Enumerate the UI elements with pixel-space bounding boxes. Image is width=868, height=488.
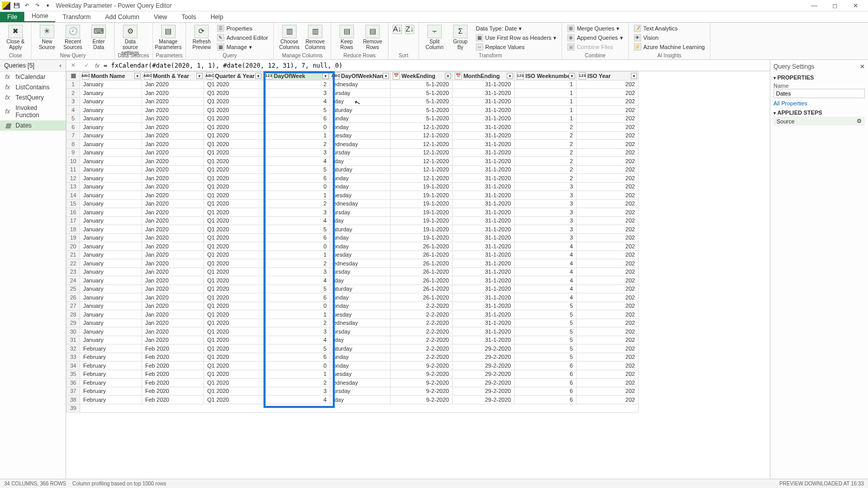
cell[interactable]: January xyxy=(80,157,142,166)
cell[interactable]: 202 xyxy=(576,250,638,259)
cell[interactable]: unday xyxy=(330,353,391,361)
cell[interactable]: 31-1-2020 xyxy=(452,259,514,268)
cell[interactable]: ursday xyxy=(330,387,391,396)
row-number[interactable]: 12 xyxy=(67,174,80,183)
cell[interactable]: 26-1-2020 xyxy=(390,242,452,251)
cell[interactable]: January xyxy=(80,276,142,285)
cell[interactable]: Jan 2020 xyxy=(142,208,204,217)
row-number[interactable]: 1 xyxy=(67,80,80,89)
table-row[interactable]: 11JanuaryJan 2020Q1 20205aturday12-1-202… xyxy=(67,165,639,174)
cell[interactable]: 4 xyxy=(514,276,576,285)
cell[interactable]: Jan 2020 xyxy=(142,250,204,259)
cell[interactable]: 31-1-2020 xyxy=(452,199,514,208)
cell[interactable]: 3 xyxy=(263,267,330,276)
cell[interactable]: ursday xyxy=(330,327,391,336)
table-row[interactable]: 32FebruaryFeb 2020Q1 20205aturday2-2-202… xyxy=(67,344,639,353)
cell[interactable]: ursday xyxy=(330,148,391,157)
column-header[interactable]: 123ISO Year▾ xyxy=(576,72,638,81)
cell[interactable]: 31-1-2020 xyxy=(452,327,514,336)
step-gear-icon[interactable]: ⚙ xyxy=(857,118,862,124)
cell[interactable]: 4 xyxy=(263,276,330,285)
cell[interactable]: 2 xyxy=(263,199,330,208)
cell[interactable]: 202 xyxy=(576,216,638,225)
cell[interactable]: ursday xyxy=(330,208,391,217)
cell[interactable]: January xyxy=(80,285,142,293)
cell[interactable]: 202 xyxy=(576,97,638,106)
filter-icon[interactable]: ▾ xyxy=(196,73,203,79)
cell[interactable]: 202 xyxy=(576,353,638,361)
cell[interactable]: 3 xyxy=(263,148,330,157)
cell[interactable]: 202 xyxy=(576,361,638,370)
close-button[interactable]: ✕ xyxy=(845,1,866,11)
cell[interactable]: 202 xyxy=(576,191,638,200)
cell[interactable]: 31-1-2020 xyxy=(452,310,514,319)
cell[interactable]: 6 xyxy=(514,387,576,396)
cell[interactable]: Q1 2020 xyxy=(204,327,263,336)
cell[interactable]: 202 xyxy=(576,387,638,396)
row-number[interactable]: 28 xyxy=(67,310,80,319)
table-row[interactable]: 27JanuaryJan 2020Q1 20200onday2-2-202031… xyxy=(67,302,639,310)
row-number[interactable]: 38 xyxy=(67,396,80,404)
cell[interactable]: 29-2-2020 xyxy=(452,387,514,396)
cell[interactable]: ednesday xyxy=(330,140,391,149)
cell[interactable]: 12-1-2020 xyxy=(390,123,452,132)
cell[interactable]: January xyxy=(80,191,142,200)
save-icon[interactable]: 💾 xyxy=(12,2,21,10)
qat-dropdown-icon[interactable]: ▾ xyxy=(43,2,52,10)
cell[interactable]: January xyxy=(80,310,142,319)
cell[interactable]: 2-2-2020 xyxy=(390,302,452,310)
cell[interactable]: Feb 2020 xyxy=(142,361,204,370)
cell[interactable]: 4 xyxy=(263,396,330,404)
cell[interactable]: 29-2-2020 xyxy=(452,353,514,361)
cell[interactable]: 202 xyxy=(576,89,638,98)
cell[interactable]: 202 xyxy=(576,285,638,293)
cell[interactable]: 31-1-2020 xyxy=(452,225,514,234)
cell[interactable]: 9-2-2020 xyxy=(390,387,452,396)
cell[interactable]: 202 xyxy=(576,267,638,276)
applied-steps-header[interactable]: APPLIED STEPS xyxy=(773,109,865,116)
cell[interactable]: 9-2-2020 xyxy=(390,361,452,370)
cell[interactable]: January xyxy=(80,267,142,276)
cell[interactable]: Q1 2020 xyxy=(204,114,263,123)
table-row[interactable]: 10JanuaryJan 2020Q1 20204iday12-1-202031… xyxy=(67,157,639,166)
row-number[interactable]: 5 xyxy=(67,114,80,123)
remove-rows-button[interactable]: ▤Remove Rows xyxy=(360,24,385,50)
table-row[interactable]: 8JanuaryJan 2020Q1 20202ednesday12-1-202… xyxy=(67,140,639,149)
manage-parameters-button[interactable]: ▤Manage Parameters xyxy=(156,24,181,50)
cell[interactable]: 2 xyxy=(514,157,576,166)
cell[interactable]: onday xyxy=(330,361,391,370)
cell[interactable]: uesday xyxy=(330,250,391,259)
row-number[interactable]: 39 xyxy=(67,404,80,413)
cell[interactable]: 4 xyxy=(514,242,576,251)
recent-sources-button[interactable]: 🕘Recent Sources xyxy=(60,24,85,50)
cell[interactable]: 4 xyxy=(514,285,576,293)
cell[interactable]: Feb 2020 xyxy=(142,396,204,404)
all-properties-link[interactable]: All Properties xyxy=(773,100,865,106)
cell[interactable]: 31-1-2020 xyxy=(452,89,514,98)
cell[interactable]: 4 xyxy=(263,336,330,344)
row-number[interactable]: 13 xyxy=(67,182,80,191)
cell[interactable]: January xyxy=(80,336,142,344)
cell[interactable]: Jan 2020 xyxy=(142,182,204,191)
cell[interactable]: 26-1-2020 xyxy=(390,285,452,293)
cell[interactable]: 19-1-2020 xyxy=(390,182,452,191)
cell[interactable]: Q1 2020 xyxy=(204,396,263,404)
row-number[interactable]: 16 xyxy=(67,208,80,217)
table-row[interactable]: 30JanuaryJan 2020Q1 20203ursday2-2-20203… xyxy=(67,327,639,336)
cell[interactable]: January xyxy=(80,131,142,140)
cell[interactable]: 6 xyxy=(514,361,576,370)
cell[interactable]: 202 xyxy=(576,80,638,89)
table-row[interactable]: 4JanuaryJan 2020Q1 20205aturday5-1-20203… xyxy=(67,106,639,115)
cell[interactable]: 6 xyxy=(263,174,330,183)
row-number[interactable]: 31 xyxy=(67,336,80,344)
cell[interactable]: ednesday xyxy=(330,80,391,89)
type-icon[interactable]: ABC xyxy=(82,72,89,80)
cell[interactable]: 12-1-2020 xyxy=(390,165,452,174)
row-number[interactable]: 9 xyxy=(67,148,80,157)
cell[interactable]: February xyxy=(80,370,142,379)
cell[interactable]: 9-2-2020 xyxy=(390,379,452,387)
cell[interactable]: 31-1-2020 xyxy=(452,174,514,183)
cell[interactable]: Q1 2020 xyxy=(204,379,263,387)
table-row[interactable]: 28JanuaryJan 2020Q1 20201uesday2-2-20203… xyxy=(67,310,639,319)
tab-add-column[interactable]: Add Column xyxy=(98,12,147,22)
